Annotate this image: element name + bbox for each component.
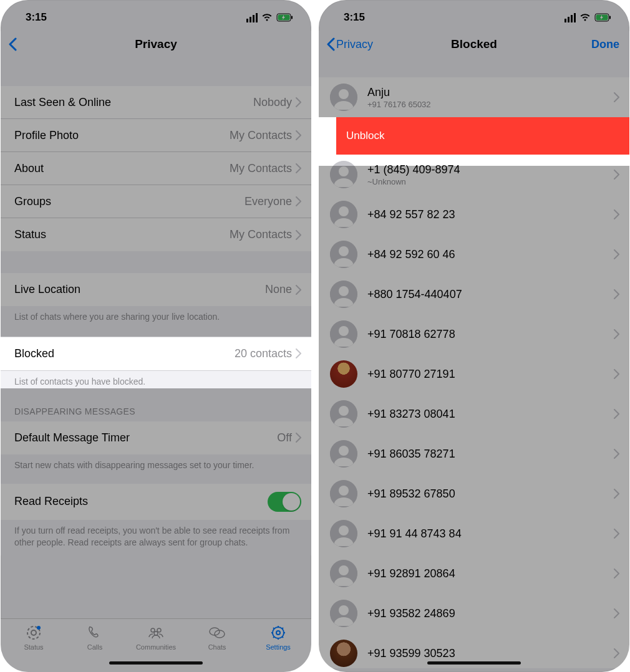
row-about[interactable]: About My Contacts <box>1 152 311 185</box>
chevron-right-icon <box>296 348 301 358</box>
chevron-right-icon <box>296 285 301 295</box>
blocked-list[interactable]: Anju+91 76176 65032Unblock+1 (845) 409-8… <box>319 77 629 668</box>
contact-row[interactable]: +84 92 592 60 46 <box>319 234 629 274</box>
contact-text: +91 80770 27191 <box>367 368 614 381</box>
svg-point-8 <box>154 631 158 635</box>
chevron-right-icon <box>296 130 301 140</box>
status-time: 3:15 <box>26 11 47 24</box>
svg-point-25 <box>339 286 349 296</box>
status-bar: 3:15 <box>1 0 311 31</box>
contact-name: +84 92 557 82 23 <box>367 208 614 221</box>
home-indicator[interactable] <box>427 661 521 665</box>
swipe-action-row: Unblock <box>319 117 629 155</box>
contact-name: +91 86035 78271 <box>367 448 614 461</box>
contact-row[interactable]: +91 80770 27191 <box>319 354 629 394</box>
tab-settings[interactable]: Settings <box>248 624 309 672</box>
section-gap <box>1 479 311 484</box>
read-receipts-toggle[interactable] <box>268 492 301 512</box>
svg-point-6 <box>151 628 155 632</box>
row-groups[interactable]: Groups Everyone <box>1 185 311 218</box>
home-indicator[interactable] <box>109 661 203 665</box>
row-label: Blocked <box>14 347 235 360</box>
svg-point-7 <box>157 628 161 632</box>
contact-text: Anju+91 76176 65032 <box>367 86 614 109</box>
contact-text: +91 92891 20864 <box>367 567 614 580</box>
contact-text: +91 86035 78271 <box>367 448 614 461</box>
tab-communities[interactable]: Communities <box>125 624 187 672</box>
row-value: My Contacts <box>230 228 292 241</box>
chevron-right-icon <box>614 608 619 618</box>
avatar <box>330 440 357 468</box>
contact-row[interactable]: Anju+91 76176 65032 <box>319 77 629 117</box>
chevron-right-icon <box>614 209 619 219</box>
svg-point-4 <box>31 630 36 635</box>
contact-name: +84 92 592 60 46 <box>367 248 614 261</box>
chevron-right-icon <box>614 289 619 299</box>
row-last-seen[interactable]: Last Seen & Online Nobody <box>1 86 311 119</box>
contact-row[interactable]: +1 (845) 409-8974~Unknown <box>319 155 629 194</box>
back-button[interactable]: Privacy <box>326 37 382 51</box>
chevron-right-icon <box>614 249 619 259</box>
contact-text: +880 1754-440407 <box>367 288 614 301</box>
contact-row[interactable]: +91 70818 62778 <box>319 314 629 354</box>
chevron-right-icon <box>614 329 619 339</box>
row-label: Groups <box>14 195 245 208</box>
avatar <box>330 201 357 228</box>
contact-row[interactable]: +91 91 44 8743 84 <box>319 514 629 554</box>
contact-sub: ~Unknown <box>367 177 614 186</box>
done-button[interactable]: Done <box>582 38 619 51</box>
battery-icon <box>594 13 612 22</box>
row-value: My Contacts <box>230 162 292 175</box>
tab-calls[interactable]: Calls <box>64 624 125 672</box>
chevron-right-icon <box>296 230 301 240</box>
chevron-right-icon <box>614 170 619 180</box>
contact-name: +880 1754-440407 <box>367 288 614 301</box>
cellular-icon <box>565 13 576 22</box>
read-receipts-section: Read Receipts <box>1 484 311 520</box>
contact-name: +91 93582 24869 <box>367 607 614 620</box>
section-gap <box>319 59 629 77</box>
row-default-timer[interactable]: Default Message Timer Off <box>1 421 311 454</box>
svg-point-35 <box>339 526 349 535</box>
tab-chats[interactable]: Chats <box>187 624 248 672</box>
svg-point-5 <box>37 626 41 630</box>
chevron-right-icon <box>614 569 619 578</box>
contact-row[interactable]: +91 83273 08041 <box>319 394 629 434</box>
blocked-screen: 3:15 Privacy Blocked Done Anju+91 76176 … <box>319 0 629 672</box>
row-label: Profile Photo <box>14 129 230 142</box>
wifi-icon <box>261 13 273 22</box>
row-label: Live Location <box>14 283 265 296</box>
contact-name: Anju <box>367 86 614 99</box>
contact-row[interactable]: +91 86035 78271 <box>319 434 629 474</box>
tab-status[interactable]: Status <box>3 624 64 672</box>
row-profile-photo[interactable]: Profile Photo My Contacts <box>1 119 311 152</box>
nav-header: Privacy <box>1 31 311 59</box>
row-live-location[interactable]: Live Location None <box>1 273 311 306</box>
section-gap <box>1 330 311 337</box>
unblock-button[interactable]: Unblock <box>336 117 629 155</box>
row-label: Status <box>14 228 230 241</box>
contact-row[interactable]: +84 92 557 82 23 <box>319 194 629 234</box>
status-icons <box>246 13 294 22</box>
svg-point-39 <box>339 605 349 615</box>
live-location-note: List of chats where you are sharing your… <box>1 306 311 330</box>
chevron-right-icon <box>614 449 619 459</box>
read-receipts-note: If you turn off read receipts, you won't… <box>1 520 311 556</box>
nav-header: Privacy Blocked Done <box>319 31 629 59</box>
live-location-section: Live Location None <box>1 273 311 306</box>
back-button[interactable] <box>8 37 64 51</box>
row-blocked[interactable]: Blocked 20 contacts <box>1 337 311 370</box>
wifi-icon <box>579 13 591 22</box>
contact-row[interactable]: +880 1754-440407 <box>319 274 629 314</box>
row-status[interactable]: Status My Contacts <box>1 218 311 251</box>
contact-row[interactable]: +91 89532 67850 <box>319 474 629 514</box>
status-icon <box>26 624 42 641</box>
chevron-right-icon <box>614 92 619 102</box>
contact-text: +84 92 592 60 46 <box>367 248 614 261</box>
contact-row[interactable]: +91 92891 20864 <box>319 554 629 593</box>
contact-row[interactable]: +91 93582 24869 <box>319 593 629 633</box>
swipe-remainder <box>319 117 336 155</box>
avatar <box>330 360 357 388</box>
chevron-right-icon <box>614 409 619 419</box>
svg-rect-2 <box>291 16 293 19</box>
